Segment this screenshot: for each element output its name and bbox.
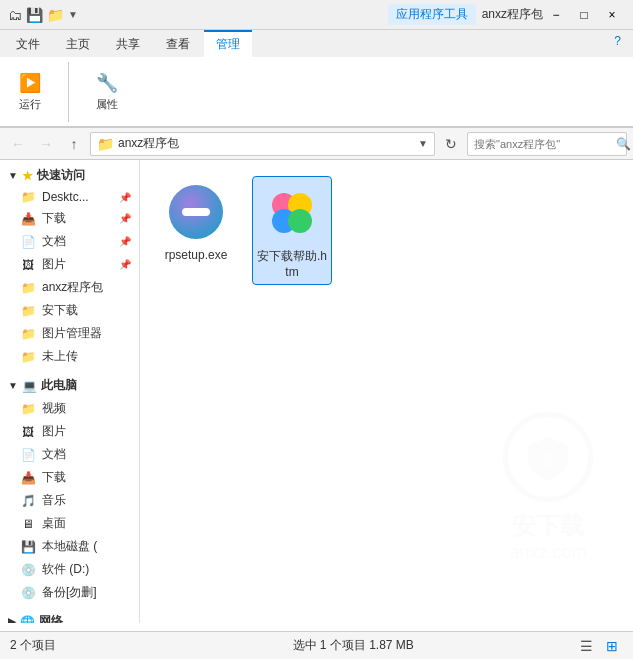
- file-area: rpsetup.exe 安下载帮助.htm: [140, 160, 633, 623]
- back-button[interactable]: ←: [6, 132, 30, 156]
- sidebar-item-label: 下载: [42, 210, 66, 227]
- search-icon: 🔍: [616, 137, 631, 151]
- title-bar-left: 🗂 💾 📁 ▼: [8, 7, 388, 23]
- path-dropdown-icon[interactable]: ▼: [418, 138, 428, 149]
- sidebar-item-label: 视频: [42, 400, 66, 417]
- help-button[interactable]: ?: [606, 30, 629, 57]
- ribbon-separator-1: [68, 62, 69, 122]
- sidebar-this-pc-header[interactable]: ▼ 💻 此电脑: [0, 374, 139, 397]
- sidebar-item-doc[interactable]: 📄 文档: [0, 443, 139, 466]
- pictures-icon: 🖼: [20, 258, 36, 272]
- tab-file[interactable]: 文件: [4, 30, 52, 57]
- sidebar-item-video[interactable]: 📁 视频: [0, 397, 139, 420]
- sidebar-item-unuploaded[interactable]: 📁 未上传: [0, 345, 139, 368]
- software-icon: 💿: [20, 563, 36, 577]
- sidebar-item-label: 文档: [42, 233, 66, 250]
- refresh-button[interactable]: ↻: [439, 132, 463, 156]
- sidebar-item-backup[interactable]: 💿 备份[勿删]: [0, 581, 139, 604]
- svg-rect-1: [182, 208, 210, 216]
- htm-icon-svg: [264, 185, 320, 241]
- path-folder-icon: 📁: [97, 136, 114, 152]
- address-bar: ← → ↑ 📁 anxz程序包 ▼ ↻ 🔍: [0, 128, 633, 160]
- sidebar-item-label: 本地磁盘 (: [42, 538, 97, 555]
- svg-point-5: [288, 209, 312, 233]
- star-icon: ★: [22, 169, 33, 183]
- status-bar: 2 个项目 选中 1 个项目 1.87 MB ☰ ⊞: [0, 631, 633, 659]
- up-button[interactable]: ↑: [62, 132, 86, 156]
- folder-icon: 📁: [20, 190, 36, 204]
- title-context: 应用程序工具 anxz程序包: [388, 4, 543, 25]
- file-exe-label: rpsetup.exe: [165, 248, 228, 264]
- watermark-text2: anxz.com: [509, 542, 586, 563]
- file-item-htm[interactable]: 安下载帮助.htm: [252, 176, 332, 285]
- sidebar-item-desktop[interactable]: 📁 Desktc... 📌: [0, 187, 139, 207]
- run-label: 运行: [19, 97, 41, 112]
- path-text: anxz程序包: [118, 135, 414, 152]
- props-icon: 🔧: [95, 71, 119, 95]
- sidebar-item-software[interactable]: 💿 软件 (D:): [0, 558, 139, 581]
- sidebar-item-label: 图片管理器: [42, 325, 102, 342]
- search-box[interactable]: 🔍: [467, 132, 627, 156]
- tb-icon-properties[interactable]: 🗂: [8, 7, 22, 23]
- sidebar-item-dl[interactable]: 📥 下载: [0, 466, 139, 489]
- file-htm-label: 安下载帮助.htm: [257, 249, 327, 280]
- tb-icon-save[interactable]: 💾: [26, 7, 43, 23]
- status-selection: 选中 1 个项目 1.87 MB: [293, 637, 556, 654]
- quick-access-label: 快速访问: [37, 167, 85, 184]
- localdisk-icon: 💾: [20, 540, 36, 554]
- sidebar-item-pic[interactable]: 🖼 图片: [0, 420, 139, 443]
- pin-icon: 📌: [119, 236, 131, 247]
- sidebar-network-header[interactable]: ▶ 🌐 网络: [0, 610, 139, 623]
- ribbon-props-btn[interactable]: 🔧 属性: [85, 67, 129, 116]
- tab-manage[interactable]: 管理: [204, 30, 252, 57]
- sidebar-item-label: 桌面: [42, 515, 66, 532]
- ribbon-tabs: 文件 主页 共享 查看 管理 ?: [0, 30, 633, 57]
- sidebar-item-label: 文档: [42, 446, 66, 463]
- sidebar-item-pictures[interactable]: 🖼 图片 📌: [0, 253, 139, 276]
- tb-icon-new-folder[interactable]: 📁: [47, 7, 64, 23]
- sidebar-item-label: 备份[勿删]: [42, 584, 97, 601]
- sidebar-quick-access-header[interactable]: ▼ ★ 快速访问: [0, 164, 139, 187]
- this-pc-label: 此电脑: [41, 377, 77, 394]
- file-item-exe[interactable]: rpsetup.exe: [156, 176, 236, 285]
- sidebar-item-docs[interactable]: 📄 文档 📌: [0, 230, 139, 253]
- minimize-button[interactable]: −: [543, 5, 569, 25]
- exe-file-icon: [164, 180, 228, 244]
- download-icon: 📥: [20, 212, 36, 226]
- sidebar-item-desktop2[interactable]: 🖥 桌面: [0, 512, 139, 535]
- exe-icon-svg: [168, 184, 224, 240]
- main-area: ▼ ★ 快速访问 📁 Desktc... 📌 📥 下载 📌 📄 文档 📌 🖼 图…: [0, 160, 633, 623]
- tab-view[interactable]: 查看: [154, 30, 202, 57]
- docs-icon: 📄: [20, 235, 36, 249]
- sidebar-item-anxz[interactable]: 📁 anxz程序包: [0, 276, 139, 299]
- pc-icon: 💻: [22, 379, 37, 393]
- htm-file-icon: [260, 181, 324, 245]
- watermark: 安 安下载 anxz.com: [503, 412, 593, 563]
- tab-home[interactable]: 主页: [54, 30, 102, 57]
- this-pc-chevron: ▼: [8, 380, 18, 391]
- sidebar-item-anxia[interactable]: 📁 安下载: [0, 299, 139, 322]
- sidebar-item-music[interactable]: 🎵 音乐: [0, 489, 139, 512]
- close-button[interactable]: ×: [599, 5, 625, 25]
- network-label: 网络: [39, 613, 63, 623]
- folder-icon: 📁: [20, 327, 36, 341]
- view-grid-button[interactable]: ⊞: [601, 635, 623, 657]
- sidebar-item-download[interactable]: 📥 下载 📌: [0, 207, 139, 230]
- address-path[interactable]: 📁 anxz程序包 ▼: [90, 132, 435, 156]
- ribbon-run-btn[interactable]: ▶️ 运行: [8, 67, 52, 116]
- music-icon: 🎵: [20, 494, 36, 508]
- search-input[interactable]: [474, 138, 612, 150]
- tab-share[interactable]: 共享: [104, 30, 152, 57]
- tb-dropdown[interactable]: ▼: [68, 9, 78, 20]
- sidebar-item-imgmgr[interactable]: 📁 图片管理器: [0, 322, 139, 345]
- view-list-button[interactable]: ☰: [575, 635, 597, 657]
- folder-icon: 📁: [20, 281, 36, 295]
- status-item-count: 2 个项目: [10, 637, 273, 654]
- sidebar-item-localdisk[interactable]: 💾 本地磁盘 (: [0, 535, 139, 558]
- maximize-button[interactable]: □: [571, 5, 597, 25]
- forward-button[interactable]: →: [34, 132, 58, 156]
- ribbon-content: ▶️ 运行 🔧 属性: [0, 57, 633, 127]
- backup-icon: 💿: [20, 586, 36, 600]
- sidebar-item-label: 软件 (D:): [42, 561, 89, 578]
- sidebar-item-label: 图片: [42, 423, 66, 440]
